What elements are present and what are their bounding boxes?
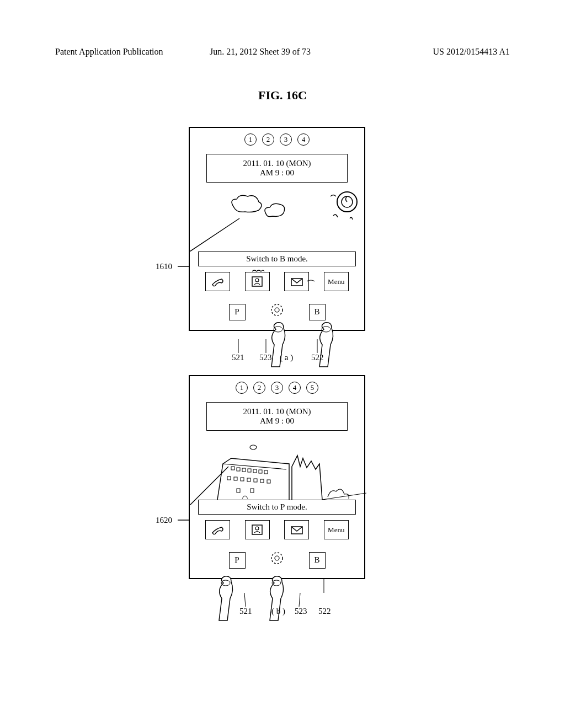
svg-point-39 [275, 556, 279, 560]
svg-point-8 [275, 308, 279, 312]
svg-line-43 [299, 593, 300, 607]
mode-p-button-b[interactable]: P [229, 552, 246, 569]
time-text-b: AM 9 : 00 [211, 416, 343, 426]
touch-hands-b [208, 576, 318, 631]
svg-rect-21 [253, 469, 257, 473]
mode-b-button-b[interactable]: B [309, 552, 326, 569]
mode-indicator-icon [268, 302, 287, 322]
sub-label-a: ( a ) [280, 353, 293, 362]
svg-rect-18 [237, 468, 240, 471]
svg-line-3 [190, 218, 239, 251]
phone-panel-a: 1610 1 2 3 4 2011. 01. 10 (MON) AM 9 : 0… [189, 127, 376, 331]
mode-b-button[interactable]: B [309, 304, 326, 320]
leader-522 [315, 339, 320, 353]
svg-rect-20 [248, 469, 251, 472]
switch-banner-a: Switch to B mode. [198, 251, 356, 266]
contacts-icon[interactable] [245, 272, 270, 291]
circle-4b: 4 [289, 382, 301, 394]
date-widget-a: 2011. 01. 10 (MON) AM 9 : 00 [206, 154, 348, 183]
cloud-scene [190, 185, 366, 251]
svg-rect-27 [247, 478, 250, 481]
call-icon[interactable] [205, 272, 230, 291]
ref-522-b: 522 [318, 607, 331, 616]
date-text-b: 2011. 01. 10 (MON) [211, 407, 343, 416]
leader-523 [263, 339, 269, 353]
ref-522-a: 522 [311, 353, 324, 362]
svg-rect-30 [267, 480, 270, 483]
ref-521-b: 521 [239, 607, 252, 616]
status-circles-a: 1 2 3 4 [190, 128, 364, 151]
figure-title: FIG. 16C [258, 88, 307, 103]
menu-button-b[interactable]: Menu [324, 520, 349, 539]
circle-2: 2 [262, 133, 274, 146]
ref-523-a: 523 [259, 353, 272, 362]
header-pub-number: US 2012/0154413 A1 [433, 47, 510, 57]
date-text: 2011. 01. 10 (MON) [211, 159, 343, 168]
circle-2b: 2 [253, 382, 265, 394]
app-row-a: Menu [190, 266, 364, 297]
ref-1620: 1620 [156, 516, 172, 525]
leader-522b [321, 579, 327, 593]
building-scene [190, 433, 366, 505]
wallpaper-a [190, 185, 364, 251]
ref-523-b: 523 [295, 607, 307, 616]
wallpaper-b [190, 433, 364, 500]
phone-frame-a: 1 2 3 4 2011. 01. 10 (MON) AM 9 : 00 [189, 127, 365, 331]
mail-icon[interactable] [284, 272, 309, 291]
mode-p-button[interactable]: P [229, 304, 246, 320]
svg-line-33 [190, 467, 228, 505]
page-header: Patent Application Publication Jun. 21, … [55, 47, 510, 57]
circle-3: 3 [280, 133, 292, 146]
date-widget-b: 2011. 01. 10 (MON) AM 9 : 00 [206, 402, 348, 431]
mode-row-b: P B [190, 545, 364, 578]
svg-rect-32 [250, 489, 254, 493]
contacts-icon-b[interactable] [245, 520, 270, 539]
svg-rect-25 [234, 477, 237, 480]
svg-rect-19 [242, 468, 246, 472]
svg-rect-28 [254, 479, 257, 482]
svg-rect-22 [259, 470, 262, 473]
time-text: AM 9 : 00 [211, 168, 343, 178]
svg-point-36 [255, 527, 259, 530]
svg-point-7 [271, 304, 282, 315]
phone-frame-b: 1 2 3 4 5 2011. 01. 10 (MON) AM 9 : 00 [189, 375, 365, 579]
svg-rect-29 [260, 479, 264, 483]
diagram-area: 1610 1 2 3 4 2011. 01. 10 (MON) AM 9 : 0… [0, 121, 565, 579]
ref-521-a: 521 [232, 353, 244, 362]
leader-521b [243, 593, 248, 607]
phone-panel-b: 1620 1 2 3 4 5 2011. 01. 10 (MON) AM 9 :… [189, 375, 376, 579]
svg-point-38 [271, 553, 282, 564]
call-icon-b[interactable] [205, 520, 230, 539]
circle-1b: 1 [236, 382, 248, 394]
menu-button[interactable]: Menu [324, 272, 349, 291]
svg-rect-31 [237, 489, 240, 493]
status-circles-b: 1 2 3 4 5 [190, 376, 364, 399]
mail-icon-b[interactable] [284, 520, 309, 539]
svg-rect-26 [241, 478, 244, 481]
circle-3b: 3 [271, 382, 283, 394]
ref-1610: 1610 [156, 262, 172, 271]
app-row-b: Menu [190, 515, 364, 545]
svg-point-5 [255, 279, 259, 282]
circle-5b: 5 [306, 382, 318, 394]
header-date-sheet: Jun. 21, 2012 Sheet 39 of 73 [210, 47, 311, 57]
leader-521 [236, 339, 241, 353]
svg-point-15 [250, 445, 257, 449]
mode-indicator-icon-b [268, 550, 287, 570]
circle-4: 4 [297, 133, 310, 146]
circle-1: 1 [244, 133, 257, 146]
svg-rect-17 [231, 467, 234, 470]
sub-label-b: ( b ) [271, 607, 285, 616]
leader-523b [296, 593, 302, 607]
header-publication: Patent Application Publication [55, 47, 163, 57]
svg-line-42 [244, 593, 246, 607]
svg-rect-23 [264, 470, 268, 474]
svg-rect-24 [227, 477, 231, 480]
